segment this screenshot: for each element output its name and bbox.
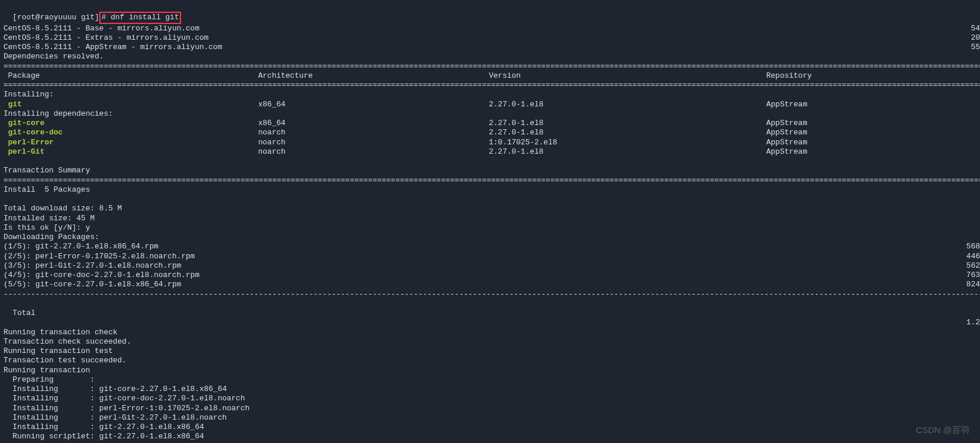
package-repo: AppStream — [766, 128, 980, 137]
package-name: perl-Error — [4, 138, 258, 147]
total-num: 1.2 — [967, 318, 980, 327]
package-repo: AppStream — [766, 100, 980, 109]
download-line: (2/5): perl-Error-0.17025-2.el8.noarch.r… — [4, 252, 980, 261]
install-count: Install 5 Packages — [4, 185, 980, 195]
tx-step: Installing : perl-Error-1:0.17025-2.el8.… — [4, 404, 980, 413]
package-name: perl-Git — [4, 147, 258, 157]
package-name: git-core — [4, 119, 258, 128]
download-line: (3/5): perl-Git-2.27.0-1.el8.noarch.rpm5… — [4, 261, 980, 271]
download-speed: 824 — [967, 280, 980, 289]
blank-1 — [4, 157, 980, 166]
package-version: 2.27.0-1.el8 — [489, 128, 766, 137]
download-speed: 568 — [967, 242, 980, 251]
package-arch: noarch — [258, 147, 489, 157]
package-repo: AppStream — [766, 147, 980, 157]
rule-header-bottom: ========================================… — [4, 81, 980, 90]
tx-step: Installing : perl-Git-2.27.0-1.el8.noarc… — [4, 413, 980, 423]
table-header: Package Architecture Version Repository — [4, 71, 980, 81]
installing-label: Installing: — [4, 90, 980, 99]
size-line: Total download size: 8.5 M — [4, 204, 980, 213]
rule-summary: ========================================… — [4, 176, 980, 185]
repo-speed: 55 — [971, 43, 980, 52]
download-line: (4/5): git-core-doc-2.27.0-1.el8.noarch.… — [4, 271, 980, 280]
tx-step: Preparing : — [4, 375, 980, 385]
shell-prompt-line: [root@raoyuuuu git]# dnf install git — [4, 2, 980, 24]
tx-line: Running transaction check — [4, 328, 980, 337]
download-speed: 562 — [967, 261, 980, 271]
package-arch: x86_64 — [258, 119, 489, 128]
tx-line: Transaction check succeeded. — [4, 337, 980, 347]
col-repo-header: Repository — [766, 71, 980, 81]
package-repo: AppStream — [766, 119, 980, 128]
downloading-label: Downloading Packages: — [4, 233, 980, 242]
deps-resolved: Dependencies resolved. — [4, 52, 980, 61]
installing-deps-label: Installing dependencies: — [4, 109, 980, 119]
confirm-prompt[interactable]: Is this ok [y/N]: y — [4, 223, 980, 233]
download-speed: 763 — [967, 271, 980, 280]
repo-line: CentOS-8.5.2111 - Extras - mirrors.aliyu… — [4, 33, 980, 43]
package-row: git-corex86_642.27.0-1.el8AppStream — [4, 119, 980, 128]
package-version: 1:0.17025-2.el8 — [489, 138, 766, 147]
package-row: perl-Errornoarch1:0.17025-2.el8AppStream — [4, 138, 980, 147]
col-package-header: Package — [4, 71, 258, 81]
tx-line: Transaction test succeeded. — [4, 356, 980, 365]
rule-top: ========================================… — [4, 62, 980, 71]
download-line: (1/5): git-2.27.0-1.el8.x86_64.rpm568 — [4, 242, 980, 251]
tx-step: Installing : git-core-2.27.0-1.el8.x86_6… — [4, 385, 980, 394]
shell-prompt: [root@raoyuuuu git] — [13, 13, 99, 22]
command-text: dnf install git — [110, 13, 179, 22]
package-name: git-core-doc — [4, 128, 258, 137]
package-arch: x86_64 — [258, 100, 489, 109]
repo-speed: 20 — [971, 33, 980, 43]
rule-downloads: ----------------------------------------… — [4, 290, 980, 299]
package-name: git — [4, 100, 258, 109]
tx-step: Installing : git-2.27.0-1.el8.x86_64 — [4, 423, 980, 432]
package-version: 2.27.0-1.el8 — [489, 147, 766, 157]
package-arch: noarch — [258, 138, 489, 147]
watermark: CSDN @百羽 — [916, 425, 969, 436]
package-row: perl-Gitnoarch2.27.0-1.el8AppStream — [4, 147, 980, 157]
tx-line: Running transaction — [4, 366, 980, 375]
download-line: (5/5): git-core-2.27.0-1.el8.x86_64.rpm8… — [4, 280, 980, 289]
package-row: gitx86_642.27.0-1.el8AppStream — [4, 100, 980, 109]
repo-speed: 54 — [971, 24, 980, 33]
download-speed: 446 — [967, 252, 980, 261]
command-highlight: # dnf install git — [99, 12, 182, 23]
package-arch: noarch — [258, 128, 489, 137]
tx-line: Running transaction test — [4, 347, 980, 356]
package-version: 2.27.0-1.el8 — [489, 119, 766, 128]
size-line: Installed size: 45 M — [4, 214, 980, 223]
total-line: Total 1.2 — [4, 299, 980, 328]
repo-line: CentOS-8.5.2111 - AppStream - mirrors.al… — [4, 43, 980, 52]
package-version: 2.27.0-1.el8 — [489, 100, 766, 109]
package-repo: AppStream — [766, 138, 980, 147]
col-version-header: Version — [489, 71, 766, 81]
tx-step: Installing : git-core-doc-2.27.0-1.el8.n… — [4, 394, 980, 403]
col-arch-header: Architecture — [258, 71, 489, 81]
repo-line: CentOS-8.5.2111 - Base - mirrors.aliyun.… — [4, 24, 980, 33]
tx-summary: Transaction Summary — [4, 166, 980, 175]
package-row: git-core-docnoarch2.27.0-1.el8AppStream — [4, 128, 980, 137]
blank-2 — [4, 195, 980, 204]
tx-step: Running scriptlet: git-2.27.0-1.el8.x86_… — [4, 432, 980, 441]
